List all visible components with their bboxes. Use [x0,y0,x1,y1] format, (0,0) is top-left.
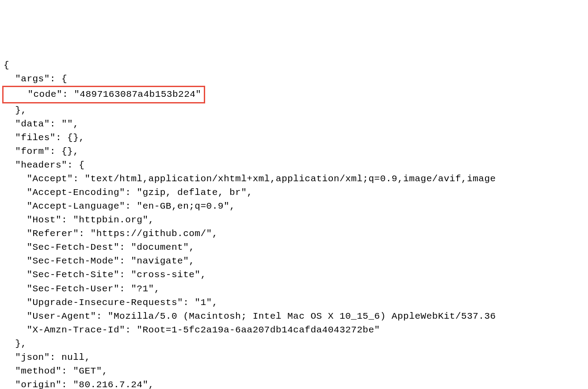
json-line-code: "code": "4897163087a4b153b224" [4,89,201,99]
json-line-referer: "Referer": "https://github.com/", [4,229,218,239]
json-line-args-open: "args": { [4,74,67,84]
json-line-sec-fetch-site: "Sec-Fetch-Site": "cross-site", [4,270,206,280]
json-line-headers-open: "headers": { [4,160,84,170]
json-line-sec-fetch-mode: "Sec-Fetch-Mode": "navigate", [4,256,195,266]
json-line-args-close: }, [4,105,27,115]
json-line-accept-language: "Accept-Language": "en-GB,en;q=0.9", [4,201,235,211]
json-line-sec-fetch-user: "Sec-Fetch-User": "?1", [4,284,160,294]
highlighted-code-line: "code": "4897163087a4b153b224" [2,86,205,103]
json-line-trace-id: "X-Amzn-Trace-Id": "Root=1-5fc2a19a-6aa2… [4,325,380,335]
json-line-form: "form": {}, [4,146,79,156]
json-line-files: "files": {}, [4,133,84,143]
json-line-host: "Host": "httpbin.org", [4,215,154,225]
json-line-json: "json": null, [4,352,91,362]
json-response-block: { "args": { "code": "4897163087a4b153b22… [4,58,584,389]
json-line-data: "data": "", [4,119,79,129]
json-line-origin: "origin": "80.216.7.24", [4,380,154,389]
json-line-accept-encoding: "Accept-Encoding": "gzip, deflate, br", [4,187,252,198]
json-line-user-agent: "User-Agent": "Mozilla/5.0 (Macintosh; I… [4,311,496,321]
json-line-upgrade-insecure: "Upgrade-Insecure-Requests": "1", [4,297,218,308]
json-line-method: "method": "GET", [4,366,108,376]
json-line-accept: "Accept": "text/html,application/xhtml+x… [4,174,496,184]
json-line-headers-close: }, [4,339,27,349]
json-line-sec-fetch-dest: "Sec-Fetch-Dest": "document", [4,242,195,252]
json-line: { [4,60,9,70]
